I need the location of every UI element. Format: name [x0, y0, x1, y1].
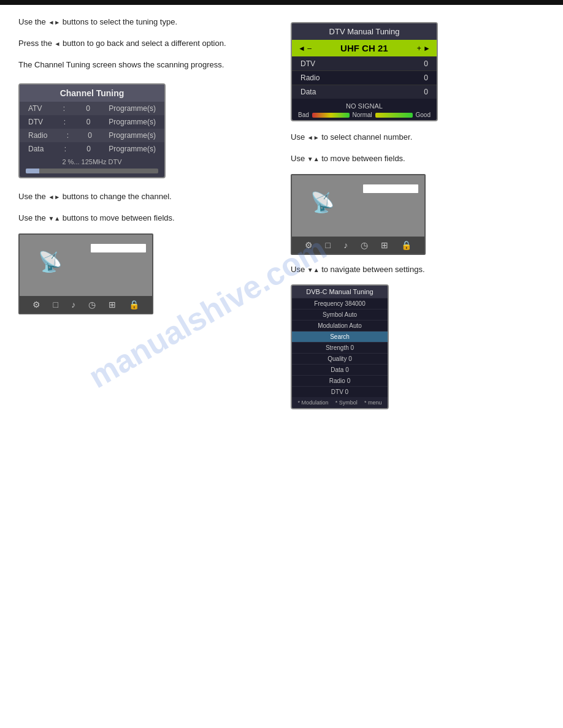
ct-data-num: 0 [86, 145, 91, 153]
ct-atv-label: ATV [28, 104, 42, 113]
grid-icon-left[interactable]: ⊞ [109, 300, 116, 309]
ct-data-colon: : [64, 145, 66, 153]
ct-radio-prog: Programme(s) [109, 131, 156, 140]
ct-data-label: Data [28, 145, 44, 153]
music-icon-left[interactable]: ♪ [71, 300, 75, 309]
dvbc-data-row: Data 0 [292, 364, 388, 375]
screen-icon-right[interactable]: □ [326, 240, 331, 250]
dvbc-strength-row: Strength 0 [292, 342, 388, 353]
right-para1-block: Use ◄► to select channel number. [291, 131, 545, 144]
ud-arrow3-icon: ▼▲ [307, 267, 320, 273]
tv-screen-left: 📡 ⚙ □ ♪ ◷ ⊞ 🔒 [18, 233, 153, 314]
dtv-no-signal: NO SIGNAL [298, 102, 431, 110]
clock-icon-right[interactable]: ◷ [361, 240, 368, 250]
ct-atv-colon: : [63, 104, 65, 113]
left-para3-block: The Channel Tuning screen shows the scan… [18, 59, 272, 72]
left-arrow-icon: ◄ [55, 40, 61, 47]
dvbc-footer-sym: * Symbol [335, 400, 358, 406]
uhf-left-arrow-icon: ◄ – [298, 44, 312, 53]
ct-status: 2 %... 125MHz DTV [20, 156, 164, 167]
signal-good-label: Good [416, 112, 431, 118]
dvbc-freq-row: Frequency 384000 [292, 298, 388, 309]
ct-atv-num: 0 [86, 104, 90, 113]
ct-atv-prog: Programme(s) [109, 104, 156, 113]
dtv-dtv-value: 0 [424, 59, 428, 68]
left-para5-block: Use the ▼▲ buttons to move between field… [18, 212, 272, 225]
right-column: DTV Manual Tuning ◄ – UHF CH 21 + ► DTV … [291, 16, 545, 409]
music-icon-right[interactable]: ♪ [343, 240, 348, 250]
tv-screen-left-content: 📡 [20, 235, 152, 296]
tv-white-bar-right [363, 184, 418, 193]
left-para4-block: Use the ◄► buttons to change the channel… [18, 191, 272, 203]
right-para2: Use ▼▲ to move between fields. [291, 153, 545, 165]
ct-atv-row: ATV : 0 Programme(s) [20, 102, 164, 115]
dtv-data-value: 0 [424, 88, 428, 96]
dvbc-footer-mod: * Modulation [298, 400, 329, 406]
dtv-radio-value: 0 [424, 74, 428, 82]
ct-data-row: Data : 0 Programme(s) [20, 142, 164, 156]
right-para1: Use ◄► to select channel number. [291, 131, 545, 144]
dvbc-quality-row: Quality 0 [292, 353, 388, 364]
dvbc-manual-box: DVB-C Manual Tuning Frequency 384000 Sym… [291, 284, 389, 409]
ct-radio-num: 0 [88, 131, 92, 140]
right-para3: Use ▼▲ to navigate between settings. [291, 264, 545, 276]
gear-icon-left[interactable]: ⚙ [33, 300, 40, 309]
dvbc-title: DVB-C Manual Tuning [292, 286, 388, 298]
antenna-icon-left: 📡 [38, 250, 63, 273]
right-para3-block: Use ▼▲ to navigate between settings. [291, 264, 545, 276]
left-para1: Use the ◄► buttons to select the tuning … [18, 16, 272, 29]
page-content: manualshive.com Use the ◄► buttons to se… [0, 16, 563, 428]
dtv-dtv-label: DTV [301, 59, 315, 68]
clock-icon-left[interactable]: ◷ [88, 300, 96, 309]
dvbc-dtv-row: DTV 0 [292, 386, 388, 397]
left-column: Use the ◄► buttons to select the tuning … [18, 16, 272, 409]
signal-fill [312, 113, 350, 118]
top-bar [0, 0, 563, 5]
dvbc-radio-row: Radio 0 [292, 375, 388, 386]
ct-dtv-row: DTV : 0 Programme(s) [20, 115, 164, 129]
dtv-radio-row: Radio 0 [292, 70, 437, 85]
dtv-signal-row: NO SIGNAL Bad Normal Good [292, 99, 437, 120]
left-para4: Use the ◄► buttons to change the channel… [18, 191, 272, 203]
lock-icon-left[interactable]: 🔒 [129, 300, 139, 309]
ct-dtv-label: DTV [28, 118, 43, 126]
dvbc-mod-row: Modulation Auto [292, 320, 388, 331]
tv-screen-right-content: 📡 [292, 175, 424, 237]
signal-bad-label: Bad [298, 112, 309, 118]
signal-normal-label: Normal [353, 112, 372, 118]
ct-progress-fill [26, 169, 39, 173]
lr-arrow2-icon: ◄► [48, 194, 60, 200]
dvbc-footer: * Modulation * Symbol * menu [292, 397, 388, 408]
tv-bottom-bar-left: ⚙ □ ♪ ◷ ⊞ 🔒 [20, 296, 152, 313]
ct-radio-colon: : [67, 131, 69, 140]
tv-bottom-bar-right: ⚙ □ ♪ ◷ ⊞ 🔒 [292, 237, 424, 254]
dtv-radio-label: Radio [301, 74, 320, 82]
dtv-manual-title: DTV Manual Tuning [292, 23, 437, 40]
left-para3: The Channel Tuning screen shows the scan… [18, 59, 272, 72]
grid-icon-right[interactable]: ⊞ [381, 240, 388, 250]
dtv-dtv-row: DTV 0 [292, 56, 437, 70]
tv-screen-right: 📡 ⚙ □ ♪ ◷ ⊞ 🔒 [291, 174, 426, 255]
dtv-uhf-label: UHF CH 21 [340, 43, 388, 53]
ct-dtv-prog: Programme(s) [109, 118, 156, 126]
screen-icon-left[interactable]: □ [53, 300, 58, 309]
ct-progress-inner [26, 169, 158, 173]
lr-arrow-icon: ◄► [48, 19, 60, 26]
lr-arrow3-icon: ◄► [307, 134, 320, 141]
dvbc-footer-menu: * menu [364, 400, 382, 406]
gear-icon-right[interactable]: ⚙ [305, 240, 313, 250]
left-para1-block: Use the ◄► buttons to select the tuning … [18, 16, 272, 29]
ct-progress-bar [20, 167, 164, 177]
ct-dtv-num: 0 [86, 118, 91, 126]
uhf-right-arrow-icon: + ► [417, 44, 431, 53]
ct-data-prog: Programme(s) [109, 145, 156, 153]
dvbc-symbol-row: Symbol Auto [292, 309, 388, 320]
left-para5: Use the ▼▲ buttons to move between field… [18, 212, 272, 225]
ct-dtv-colon: : [64, 118, 66, 126]
dtv-manual-box: DTV Manual Tuning ◄ – UHF CH 21 + ► DTV … [291, 22, 438, 121]
dtv-uhf-row: ◄ – UHF CH 21 + ► [292, 40, 437, 56]
ct-radio-label: Radio [28, 131, 47, 140]
dtv-data-label: Data [301, 88, 316, 96]
ct-radio-row: Radio : 0 Programme(s) [20, 129, 164, 142]
lock-icon-right[interactable]: 🔒 [401, 240, 412, 250]
